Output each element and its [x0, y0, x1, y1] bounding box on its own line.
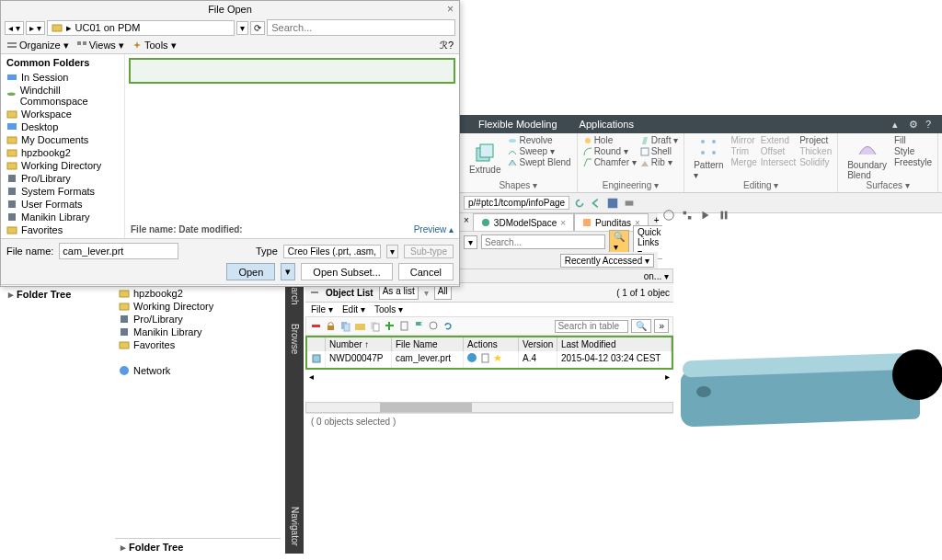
side-item-prolib[interactable]: Pro/Library	[115, 313, 281, 326]
project-button[interactable]: Project	[799, 135, 832, 145]
ribbon-opt-icon[interactable]: ⚙	[909, 119, 920, 130]
path-dropdown[interactable]: ▾	[236, 21, 248, 35]
sidebar-favorites[interactable]: Favorites	[1, 223, 124, 236]
dialog-file-list[interactable]: File name: Date modified: Preview ▴	[125, 54, 459, 238]
col-version[interactable]: Version	[519, 337, 557, 351]
ribbon-tab-flexible[interactable]: Flexible Modeling	[467, 119, 569, 130]
nav-fwd-button[interactable]: ▸ ▾	[26, 21, 45, 35]
objlist-h-scrollbar[interactable]	[305, 402, 673, 413]
search-go-button[interactable]: 🔍▾	[609, 230, 629, 254]
side-item-manikin[interactable]: Manikin Library	[115, 326, 281, 338]
objlist-expand[interactable]: »	[654, 319, 669, 333]
objlist-search-input[interactable]	[555, 320, 628, 333]
3d-viewport[interactable]	[662, 225, 942, 560]
cell-actions[interactable]	[464, 351, 519, 368]
revolve-button[interactable]: Revolve	[508, 135, 570, 145]
type-select[interactable]: Creo Files (.prt, .asm,	[283, 245, 381, 258]
objlist-dropdown[interactable]: on... ▾	[644, 271, 669, 281]
tab-3dmodelspace[interactable]: 3DModelSpace×	[473, 213, 574, 231]
shapes-group-label[interactable]: Shapes ▾	[465, 180, 571, 190]
boundary-blend-button[interactable]: Boundary Blend	[844, 135, 890, 180]
dialog-search-input[interactable]	[267, 19, 455, 36]
surfaces-group-label[interactable]: Surfaces ▾	[844, 180, 932, 190]
objlist-edit-menu[interactable]: Edit ▾	[342, 304, 365, 314]
sidebar-in-session[interactable]: In Session	[1, 71, 124, 84]
dialog-folder-tree-toggle[interactable]: Folder Tree	[1, 284, 459, 304]
browser-search-input[interactable]	[481, 234, 605, 249]
organize-menu[interactable]: Organize ▾	[6, 40, 69, 51]
side-item-favorites[interactable]: Favorites	[115, 338, 281, 351]
tb-lock-icon[interactable]	[325, 320, 337, 332]
sidebar-userformats[interactable]: User Formats	[1, 198, 124, 211]
tb-gear-icon[interactable]	[428, 320, 440, 332]
folder-tree-toggle[interactable]: Folder Tree	[115, 538, 281, 556]
sidebar-prolib[interactable]: Pro/Library	[1, 172, 124, 185]
vtab-browse[interactable]: Browse	[290, 324, 300, 354]
open-subset-button[interactable]: Open Subset...	[301, 263, 392, 280]
rib-button[interactable]: Rib ▾	[640, 157, 678, 167]
col-lastmod[interactable]: Last Modified	[557, 337, 672, 351]
sidebar-documents[interactable]: My Documents	[1, 133, 124, 146]
nav-back-button[interactable]: ◂ ▾	[5, 21, 24, 35]
sidebar-manikin[interactable]: Manikin Library	[1, 211, 124, 223]
cancel-button[interactable]: Cancel	[398, 263, 454, 280]
preview-toggle[interactable]: Preview ▴	[414, 224, 454, 234]
tb-folder-icon[interactable]	[354, 320, 366, 332]
objlist-file-menu[interactable]: File ▾	[311, 304, 333, 314]
style-button[interactable]: Style	[894, 146, 932, 156]
sidebar-sysformats[interactable]: System Formats	[1, 185, 124, 198]
extrude-button[interactable]: Extrude	[465, 135, 504, 180]
fill-button[interactable]: Fill	[894, 135, 932, 145]
freestyle-button[interactable]: Freestyle	[894, 157, 932, 167]
col-number[interactable]: Number ↑	[326, 337, 392, 351]
print-icon[interactable]	[623, 197, 636, 210]
open-split-arrow[interactable]: ▾	[281, 263, 295, 280]
vtab-navigator[interactable]: Navigator	[290, 507, 300, 546]
url-fragment[interactable]: p/#ptc1/tcomp/infoPage	[464, 196, 569, 210]
search-scope-dropdown[interactable]: ▾	[464, 235, 477, 249]
editing-group-label[interactable]: Editing ▾	[690, 180, 832, 190]
hole-button[interactable]: Hole	[583, 135, 637, 145]
draft-button[interactable]: Draft ▾	[640, 135, 678, 145]
engineering-group-label[interactable]: Engineering ▾	[583, 180, 679, 190]
objlist-search-go[interactable]: 🔍	[631, 319, 651, 333]
tb-refresh-icon[interactable]	[442, 320, 454, 332]
save-disk-icon[interactable]	[606, 197, 619, 210]
open-button[interactable]: Open	[226, 263, 275, 280]
side-item-network[interactable]: Network	[115, 364, 281, 377]
table-row[interactable]: NWD00047P cam_lever.prt A.4 2015-04-12 0…	[307, 351, 672, 368]
chamfer-button[interactable]: Chamfer ▾	[583, 157, 637, 167]
dialog-close-icon[interactable]: ×	[447, 3, 454, 16]
sidebar-host[interactable]: hpzbookg2	[1, 146, 124, 159]
swept-blend-button[interactable]: Swept Blend	[508, 157, 570, 167]
play-icon[interactable]	[699, 209, 712, 222]
ribbon-help-icon[interactable]: ?	[925, 119, 936, 130]
tb-copy-icon[interactable]	[339, 320, 351, 332]
reload-icon[interactable]	[573, 197, 586, 210]
recently-accessed-button[interactable]: Recently Accessed ▾	[560, 254, 654, 268]
sidebar-commonspace[interactable]: Windchill Commonspace	[1, 84, 124, 108]
filename-input[interactable]	[59, 243, 178, 259]
shell-button[interactable]: Shell	[640, 146, 678, 156]
sidebar-desktop[interactable]: Desktop	[1, 120, 124, 133]
ribbon-min-icon[interactable]: ▴	[892, 119, 903, 130]
col-filename[interactable]: File Name	[392, 337, 464, 351]
type-select-arrow[interactable]: ▾	[386, 245, 398, 258]
tb-add-icon[interactable]	[384, 320, 396, 332]
refit-icon[interactable]	[662, 209, 675, 222]
tools-menu[interactable]: Tools ▾	[132, 40, 177, 51]
scroll-right[interactable]: ▸	[665, 371, 670, 382]
sweep-button[interactable]: Sweep ▾	[508, 146, 570, 156]
pause-icon[interactable]	[718, 209, 730, 222]
objlist-tools-menu[interactable]: Tools ▾	[374, 304, 403, 314]
ribbon-tab-applications[interactable]: Applications	[569, 119, 645, 130]
round-button[interactable]: Round ▾	[583, 146, 637, 156]
tb-remove-icon[interactable]	[310, 320, 322, 332]
views-menu[interactable]: Views ▾	[76, 40, 124, 51]
tab-prev-close[interactable]: ×	[460, 213, 473, 231]
back-icon[interactable]	[590, 197, 603, 210]
path-breadcrumb[interactable]: ▸UC01 on PDM	[47, 20, 236, 36]
sidebar-workspace[interactable]: Workspace	[1, 108, 124, 120]
help-icon[interactable]: ℛ?	[440, 40, 454, 51]
pattern-button[interactable]: Pattern ▾	[690, 135, 727, 180]
